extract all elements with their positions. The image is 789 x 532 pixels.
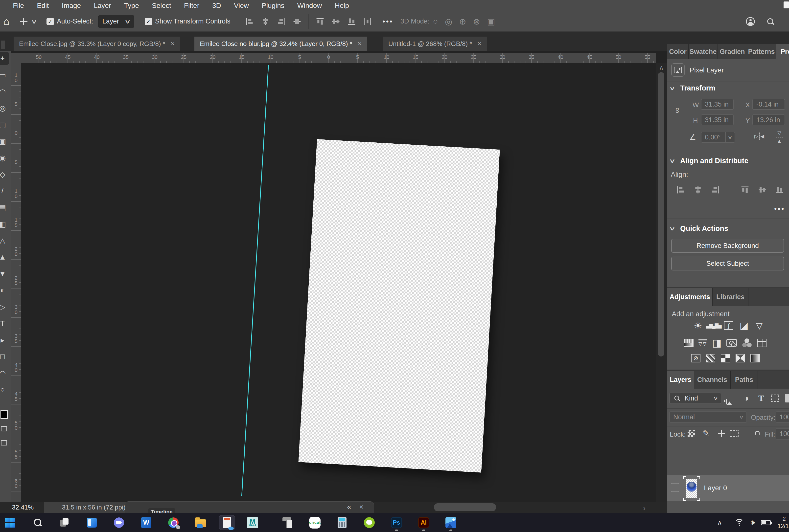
auto-select-dropdown[interactable]: Layer ∨ bbox=[98, 15, 134, 28]
chrome-icon[interactable] bbox=[168, 517, 179, 528]
angle-field[interactable]: 0.00° bbox=[701, 132, 725, 142]
search-icon[interactable] bbox=[767, 18, 774, 25]
timeline-tab[interactable]: Timeline bbox=[148, 508, 175, 513]
show-transform-checkbox[interactable]: ✓ bbox=[145, 18, 152, 25]
tool-icon[interactable]: □ bbox=[0, 350, 9, 363]
battery-icon[interactable] bbox=[761, 520, 771, 525]
tool-icon[interactable]: ▼ bbox=[0, 267, 9, 280]
canvas[interactable] bbox=[21, 63, 656, 502]
filter-adjustment-icon[interactable]: ◑ bbox=[744, 393, 749, 403]
calculator-icon[interactable] bbox=[336, 517, 348, 528]
lock-image-pixels-brush-icon[interactable]: ✎ bbox=[702, 428, 710, 438]
blend-mode-dropdown[interactable]: Normal ∨ bbox=[669, 411, 747, 423]
task-view-icon[interactable] bbox=[59, 517, 70, 528]
tool-preset-chevron-icon[interactable]: ∨ bbox=[31, 18, 38, 25]
invert-icon[interactable]: ⊘ bbox=[691, 354, 700, 362]
home-icon[interactable]: ⌂ bbox=[3, 16, 10, 27]
menu-item[interactable]: Plugins bbox=[255, 0, 291, 12]
gradient-map-icon[interactable] bbox=[750, 354, 760, 362]
account-icon[interactable] bbox=[746, 17, 755, 26]
foreground-color-swatch[interactable] bbox=[0, 410, 8, 419]
tool-icon[interactable]: ▷ bbox=[0, 300, 9, 313]
file-explorer-icon[interactable] bbox=[195, 517, 206, 528]
align-more-button[interactable]: ••• bbox=[774, 205, 785, 213]
align-right-icon[interactable] bbox=[277, 17, 286, 26]
width-field[interactable]: 31.35 in bbox=[701, 99, 734, 110]
3d-camera-icon[interactable]: ▣ bbox=[487, 17, 495, 26]
cricut-icon[interactable]: cricut bbox=[309, 517, 321, 528]
tool-icon[interactable]: ◎ bbox=[0, 101, 9, 114]
document-tab[interactable]: Emilee Close.jpg @ 33.3% (Layer 0 copy, … bbox=[14, 37, 180, 51]
threshold-icon[interactable] bbox=[721, 354, 730, 362]
align-left-icon[interactable] bbox=[676, 185, 685, 194]
lock-transparent-pixels-icon[interactable] bbox=[688, 430, 695, 437]
tool-icon[interactable]: ▸ bbox=[0, 334, 9, 346]
vibrance-icon[interactable]: ▽ bbox=[752, 320, 766, 331]
menu-item[interactable]: Window bbox=[291, 0, 328, 12]
tab-libraries[interactable]: Libraries bbox=[713, 288, 748, 306]
filter-image-icon[interactable] bbox=[726, 399, 727, 404]
tab-gradients[interactable]: Gradien bbox=[718, 44, 747, 59]
filter-smart-object-icon[interactable] bbox=[785, 394, 789, 402]
move-tool-icon[interactable] bbox=[20, 17, 28, 26]
align-horizontal-centers-icon[interactable] bbox=[261, 17, 270, 26]
align-bottom-icon[interactable] bbox=[347, 17, 356, 26]
close-icon[interactable]: × bbox=[358, 40, 362, 48]
tool-icon[interactable]: ▭ bbox=[0, 69, 9, 81]
tool-icon[interactable]: ▲ bbox=[0, 251, 9, 264]
transform-section-header[interactable]: ∨ Transform bbox=[670, 84, 715, 92]
quick-actions-header[interactable]: ∨ Quick Actions bbox=[670, 225, 728, 233]
start-button[interactable] bbox=[4, 517, 16, 528]
document-transparent-layer[interactable] bbox=[299, 139, 500, 472]
flip-horizontal-icon[interactable]: ▷◀ bbox=[754, 133, 764, 140]
photos-icon[interactable] bbox=[445, 517, 456, 528]
photo-filter-icon[interactable] bbox=[727, 339, 737, 347]
horizontal-ruler[interactable]: 5045403530252015105051015202530354045505… bbox=[11, 53, 656, 63]
filter-type-icon[interactable]: T bbox=[758, 394, 764, 403]
maya-icon[interactable]: MMAYA bbox=[247, 517, 258, 528]
3d-slide-icon[interactable]: ⊗ bbox=[473, 17, 480, 26]
tab-properties[interactable]: Prop bbox=[776, 44, 789, 59]
3d-orbit-icon[interactable]: ○ bbox=[433, 17, 438, 26]
flip-vertical-icon[interactable]: ▽▲ bbox=[776, 130, 783, 144]
black-white-icon[interactable]: ◨ bbox=[712, 337, 721, 348]
tab-patterns[interactable]: Patterns bbox=[747, 44, 776, 59]
menu-item[interactable]: View bbox=[228, 0, 255, 12]
align-right-icon[interactable] bbox=[711, 185, 720, 194]
menu-item[interactable]: Select bbox=[146, 0, 177, 12]
levels-icon[interactable]: ▃▆▄▇▅ bbox=[707, 320, 720, 331]
align-horizontal-centers-icon[interactable] bbox=[694, 185, 702, 194]
align-vertical-center-icon[interactable] bbox=[293, 17, 301, 26]
tool-icon[interactable]: ▢ bbox=[0, 118, 9, 131]
guide-line[interactable] bbox=[241, 65, 269, 496]
quick-mask-button[interactable] bbox=[1, 426, 7, 431]
distribute-icon[interactable] bbox=[363, 17, 372, 26]
tool-icon[interactable]: ○ bbox=[0, 383, 9, 396]
tab-layers[interactable]: Layers bbox=[667, 371, 694, 388]
scroll-right-icon[interactable]: › bbox=[643, 504, 645, 512]
more-options-button[interactable]: ••• bbox=[383, 17, 394, 26]
menu-item[interactable]: Type bbox=[117, 0, 146, 12]
tool-icon[interactable]: △ bbox=[0, 234, 9, 247]
layer-filter-dropdown[interactable]: Kind ∨ bbox=[669, 393, 721, 404]
tray-chevron-up-icon[interactable]: ∧ bbox=[717, 519, 722, 526]
tab-channels[interactable]: Channels bbox=[694, 371, 731, 388]
tool-icon[interactable]: + bbox=[0, 52, 9, 65]
fill-field[interactable]: 100% bbox=[776, 428, 789, 439]
tool-icon[interactable]: ◉ bbox=[0, 151, 9, 164]
opacity-field[interactable]: 100% bbox=[776, 411, 789, 423]
menu-item[interactable]: 3D bbox=[206, 0, 228, 12]
tab-swatches[interactable]: Swatche bbox=[689, 44, 718, 59]
align-vertical-middles-icon[interactable] bbox=[758, 185, 767, 194]
tab-color[interactable]: Color bbox=[667, 44, 689, 59]
layer-thumbnail[interactable] bbox=[684, 477, 699, 500]
tool-icon[interactable]: / bbox=[0, 185, 9, 197]
layer-row-selected[interactable]: Layer 0 bbox=[667, 475, 789, 501]
menu-item[interactable]: Filter bbox=[177, 0, 206, 12]
align-section-header[interactable]: ∨ Align and Distribute bbox=[670, 157, 748, 165]
widgets-icon[interactable] bbox=[86, 517, 97, 528]
remove-background-button[interactable]: Remove Background bbox=[671, 239, 784, 253]
taskbar-search-icon[interactable] bbox=[32, 517, 43, 528]
tool-icon[interactable]: ▣ bbox=[0, 135, 9, 148]
hue-saturation-icon[interactable] bbox=[684, 339, 694, 347]
